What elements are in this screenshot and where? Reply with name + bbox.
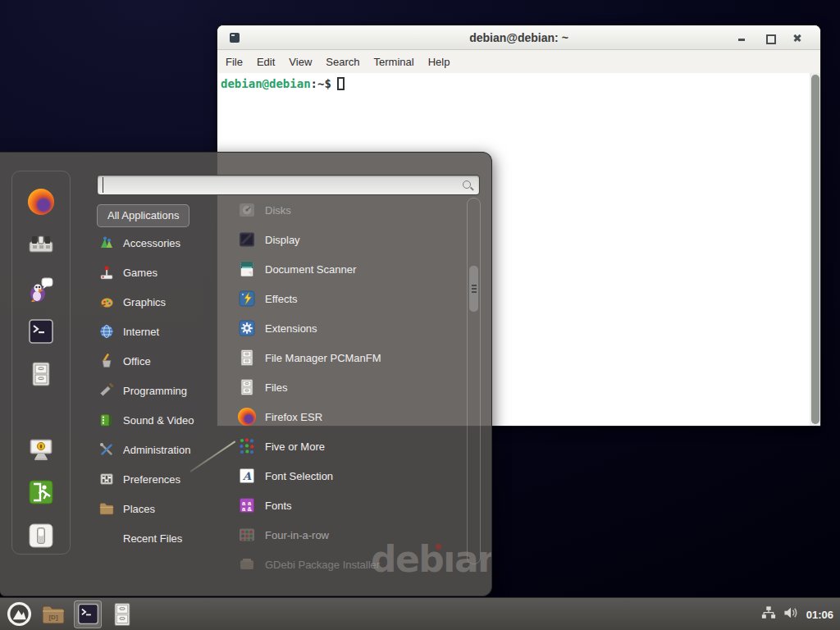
firefox-icon[interactable] [28, 189, 54, 215]
debian-watermark: debıan [371, 538, 492, 580]
terminal-window-title: debian@debian: ~ [469, 31, 568, 44]
terminal-launcher-icon[interactable] [28, 318, 54, 345]
terminal-window-icon [230, 33, 240, 43]
app-item-five-or-more[interactable]: Five or More [238, 431, 461, 461]
file-cabinet-glyph [28, 361, 54, 387]
app-item-display[interactable]: Display [238, 225, 461, 254]
disks-icon [238, 201, 256, 219]
menu-search[interactable]: Search [326, 56, 359, 68]
category-places[interactable]: Places [97, 494, 228, 523]
svg-text:&: & [247, 505, 252, 513]
menu-help[interactable]: Help [428, 56, 450, 68]
category-recent-files[interactable]: Recent Files [97, 523, 228, 553]
pidgin-icon[interactable] [28, 276, 54, 303]
effects-icon [238, 290, 256, 308]
sound-video-icon [98, 412, 115, 428]
lock-screen-glyph [28, 436, 54, 463]
document-scanner-icon [238, 260, 256, 278]
volume-tray-icon[interactable] [783, 605, 799, 623]
debian-watermark-dot [436, 544, 441, 550]
terminal-cursor [337, 77, 345, 90]
taskbar-file-manager-button[interactable]: [D] [39, 600, 67, 628]
taskbar-files-button[interactable] [108, 600, 136, 628]
menu-button[interactable] [5, 600, 33, 628]
close-button[interactable] [792, 33, 802, 43]
category-games[interactable]: Games [97, 258, 228, 287]
logout-icon[interactable] [28, 479, 54, 505]
shell-prompt: debian@debian:~$ [221, 77, 345, 90]
category-sound-video[interactable]: Sound & Video [97, 405, 228, 435]
menu-favorites-sidebar [11, 171, 71, 555]
internet-icon [98, 323, 115, 340]
pidgin-glyph [28, 276, 54, 303]
display-icon [238, 231, 256, 249]
category-programming[interactable]: Programming [97, 376, 228, 405]
app-item-fonts[interactable]: aaa& Fonts [238, 491, 461, 520]
terminal-menubar: File Edit View Search Terminal Help [217, 50, 820, 73]
firefox-esr-icon [238, 408, 256, 426]
prompt-user-host: debian@debian [221, 77, 311, 90]
software-mixer-icon[interactable] [28, 232, 54, 258]
taskbar-terminal-button[interactable] [74, 600, 102, 628]
shutdown-icon[interactable] [28, 523, 54, 549]
category-graphics[interactable]: Graphics [97, 287, 228, 317]
office-icon [98, 353, 115, 369]
graphics-icon [98, 294, 115, 310]
search-input[interactable] [103, 177, 455, 193]
application-list: Disks Display Document Scanner Effects E… [238, 195, 461, 579]
app-item-disks[interactable]: Disks [238, 195, 461, 225]
administration-icon [98, 441, 115, 458]
minimize-button[interactable] [737, 33, 746, 43]
extensions-icon [238, 319, 256, 337]
file-cabinet-icon [112, 602, 132, 627]
menu-scrollbar-thumb[interactable] [469, 266, 478, 312]
menu-file[interactable]: File [226, 56, 243, 68]
menu-terminal[interactable]: Terminal [374, 56, 414, 68]
files-icon [238, 378, 256, 396]
clock[interactable]: 01:06 [806, 609, 833, 621]
category-accessories[interactable]: Accessories [97, 228, 228, 258]
mixer-glyph [28, 232, 54, 258]
five-or-more-icon [238, 437, 256, 455]
category-all-applications[interactable]: All Applications [97, 204, 189, 227]
speaker-icon [783, 605, 799, 620]
maximize-button[interactable] [765, 33, 774, 43]
app-item-font-selection[interactable]: A Font Selection [238, 461, 461, 491]
category-office[interactable]: Office [97, 346, 228, 376]
four-in-a-row-icon [238, 526, 256, 544]
places-folder-icon [98, 500, 115, 517]
svg-text:[D]: [D] [48, 614, 57, 621]
terminal-scrollbar-thumb[interactable] [811, 75, 819, 424]
file-cabinet-icon [238, 349, 256, 367]
programming-icon [98, 382, 115, 399]
terminal-scrollbar[interactable] [810, 73, 820, 426]
file-manager-icon[interactable] [28, 361, 54, 387]
lock-screen-icon[interactable] [28, 436, 54, 463]
font-selection-icon: A [238, 467, 256, 485]
svg-text:A: A [242, 470, 252, 482]
shutdown-glyph [28, 523, 54, 549]
app-item-effects[interactable]: Effects [238, 284, 461, 313]
gdebi-icon [238, 555, 256, 573]
menu-view[interactable]: View [289, 56, 312, 68]
network-tray-icon[interactable] [761, 605, 776, 623]
app-item-file-manager-pcmanfm[interactable]: File Manager PCManFM [238, 343, 461, 372]
app-item-document-scanner[interactable]: Document Scanner [238, 254, 461, 284]
logout-glyph [28, 479, 54, 505]
search-icon [462, 180, 473, 191]
menu-search-box [97, 175, 480, 195]
app-item-files[interactable]: Files [238, 372, 461, 402]
menu-edit[interactable]: Edit [257, 56, 275, 68]
application-menu: All Applications Accessories Games Graph… [0, 152, 492, 596]
category-preferences[interactable]: Preferences [97, 464, 228, 494]
menu-scrollbar[interactable] [467, 198, 481, 564]
folder-icon: [D] [41, 604, 66, 625]
prompt-path: :~$ [311, 77, 331, 90]
terminal-icon [77, 603, 99, 625]
category-internet[interactable]: Internet [97, 317, 228, 346]
app-item-extensions[interactable]: Extensions [238, 313, 461, 343]
category-column: All Applications Accessories Games Graph… [97, 204, 228, 553]
app-item-firefox-esr[interactable]: Firefox ESR [238, 402, 461, 431]
accessories-icon [98, 235, 115, 251]
terminal-titlebar[interactable]: debian@debian: ~ [217, 25, 820, 50]
